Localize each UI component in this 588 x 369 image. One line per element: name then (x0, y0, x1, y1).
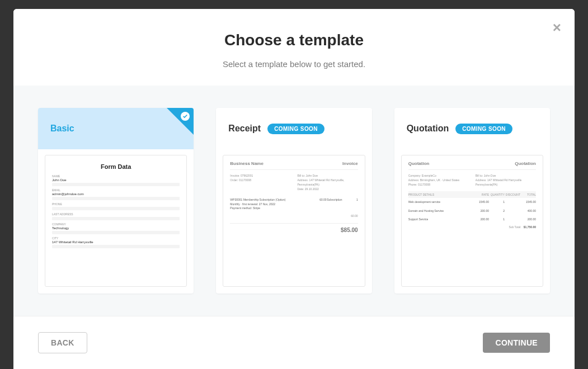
preview-cell: 200.00 (473, 209, 489, 214)
table-row: Domain and Hosting Service 200.00 2 400.… (408, 207, 536, 216)
preview-cell: 1545.00 (473, 200, 489, 205)
preview-doc-name: Business Name (230, 161, 264, 166)
modal-header: × Choose a template Select a template be… (13, 9, 575, 86)
preview-line: Order: 01170008 (230, 178, 290, 182)
preview-value: 147 Whitetail Rd Harrysville (52, 240, 180, 244)
preview-value: Technology (52, 226, 180, 230)
preview-line: Invoice: 07962001 (230, 173, 290, 178)
preview-cell (505, 209, 520, 214)
table-row: Web development service 1545.00 1 1545.0… (408, 198, 536, 207)
preview-line: Address: Birmingham, UK · United States (408, 178, 469, 182)
card-title: Basic (50, 124, 74, 134)
preview-label: COMPANY (52, 223, 180, 226)
back-button[interactable]: BACK (38, 332, 87, 353)
preview-th: TOTAL (520, 193, 536, 196)
preview-cell: Subscription (327, 198, 342, 211)
preview-cell: Domain and Hosting Service (408, 209, 473, 214)
preview-total: $85.00 (230, 223, 357, 233)
preview-doc-header: Quotation Quotation (408, 161, 536, 170)
card-preview: Quotation Quotation Company: ExampleCo A… (401, 155, 543, 287)
preview-line: Bill to: John Doe (476, 173, 536, 178)
selected-ribbon (167, 108, 194, 135)
preview-subtotal: Sub Total: $1,750.00 (408, 225, 536, 229)
preview-line: Payment method: Stripe (230, 206, 311, 211)
preview-cell: 1 (489, 200, 505, 205)
card-title: Receipt (228, 124, 261, 134)
close-icon[interactable]: × (553, 20, 561, 35)
preview-label: NAME (52, 174, 180, 178)
preview-cell: 400.00 (520, 209, 536, 214)
modal-subtitle: Select a template below to get started. (25, 59, 563, 69)
preview-cell: 1545.00 (520, 200, 536, 205)
template-card-quotation[interactable]: Quotation COMING SOON Quotation Quotatio… (394, 108, 550, 294)
preview-line: Address: 147 Whitetail Rd Harrysville, P… (298, 178, 358, 187)
preview-doc-type: Quotation (515, 161, 536, 166)
preview-line: Date: 29.10.2022 (298, 187, 358, 191)
template-card-receipt[interactable]: Receipt COMING SOON Business Name Invoic… (216, 108, 371, 294)
preview-cell: 200.00 (520, 217, 536, 222)
preview-cell: 200.00 (473, 217, 489, 222)
preview-cell: 2 (489, 209, 505, 214)
preview-divider (52, 231, 180, 234)
preview-label: PHONE (52, 202, 180, 206)
preview-label: CITY (52, 236, 180, 240)
preview-subline: 60.00 (230, 214, 357, 217)
preview-label: EMAIL (52, 188, 180, 192)
coming-soon-badge: COMING SOON (267, 124, 324, 134)
preview-item-row: WP30001 Membership Subscription (Option)… (230, 196, 357, 213)
preview-line: Phone: 01170008 (408, 182, 469, 187)
preview-th: DISCOUNT (505, 193, 520, 196)
card-preview: Business Name Invoice Invoice: 07962001 … (223, 155, 365, 287)
preview-value: admin@johndoe.com (52, 192, 180, 196)
preview-divider (52, 207, 180, 210)
preview-meta: Invoice: 07962001 Order: 01170008 Bill t… (230, 173, 357, 191)
preview-th: PRODUCT DETAILS (408, 193, 473, 196)
table-row: Support Service 200.00 1 200.00 (408, 215, 536, 224)
modal-body: Basic Form Data NAME John Doe EMAIL admi… (13, 86, 575, 316)
preview-divider (52, 245, 180, 248)
card-preview: Form Data NAME John Doe EMAIL admin@john… (45, 155, 187, 287)
preview-divider (52, 197, 180, 200)
preview-cell: Support Service (408, 217, 473, 222)
preview-line: Address: 147 Whitetail Rd Harrysville Pe… (476, 178, 536, 187)
preview-label: LAST ADDRESS (52, 212, 180, 216)
preview-line: Company: ExampleCo (408, 173, 469, 178)
preview-divider (52, 183, 180, 186)
preview-line: WP30001 Membership Subscription (Option) (230, 198, 311, 202)
preview-divider (52, 217, 180, 220)
preview-meta: Company: ExampleCo Address: Birmingham, … (408, 173, 536, 187)
preview-cell (505, 200, 520, 205)
preview-subtotal-value: $1,750.00 (524, 225, 536, 229)
coming-soon-badge: COMING SOON (455, 124, 512, 134)
modal-title: Choose a template (25, 31, 563, 49)
preview-value: John Doe (52, 178, 180, 182)
modal-footer: BACK CONTINUE (13, 316, 575, 369)
card-header: Receipt COMING SOON (216, 108, 371, 149)
preview-th: RATE (473, 193, 489, 196)
preview-cell: Web development service (408, 200, 473, 205)
preview-line: Monthly · first renewal: 27 Nov, 2022 (230, 202, 311, 207)
card-header: Basic (38, 108, 194, 149)
card-header: Quotation COMING SOON (394, 108, 550, 149)
card-title: Quotation (407, 124, 449, 134)
preview-doc-name: Quotation (408, 161, 430, 166)
preview-cell: 1 (489, 217, 505, 222)
preview-cell: 60.00 (311, 198, 327, 211)
preview-doc-header: Business Name Invoice (230, 161, 357, 170)
preview-line: Bill to: John Doe (298, 173, 358, 178)
preview-th: QUANTITY (489, 193, 505, 196)
preview-subtotal-label: Sub Total: (509, 225, 521, 229)
template-modal: × Choose a template Select a template be… (13, 9, 575, 369)
template-card-basic[interactable]: Basic Form Data NAME John Doe EMAIL admi… (38, 108, 194, 294)
preview-cell: 1 (342, 198, 358, 211)
preview-cell (505, 217, 520, 222)
preview-doc-type: Invoice (342, 161, 358, 166)
preview-table-head: PRODUCT DETAILS RATE QUANTITY DISCOUNT T… (408, 191, 536, 198)
preview-title: Form Data (52, 163, 180, 170)
continue-button[interactable]: CONTINUE (483, 333, 550, 353)
